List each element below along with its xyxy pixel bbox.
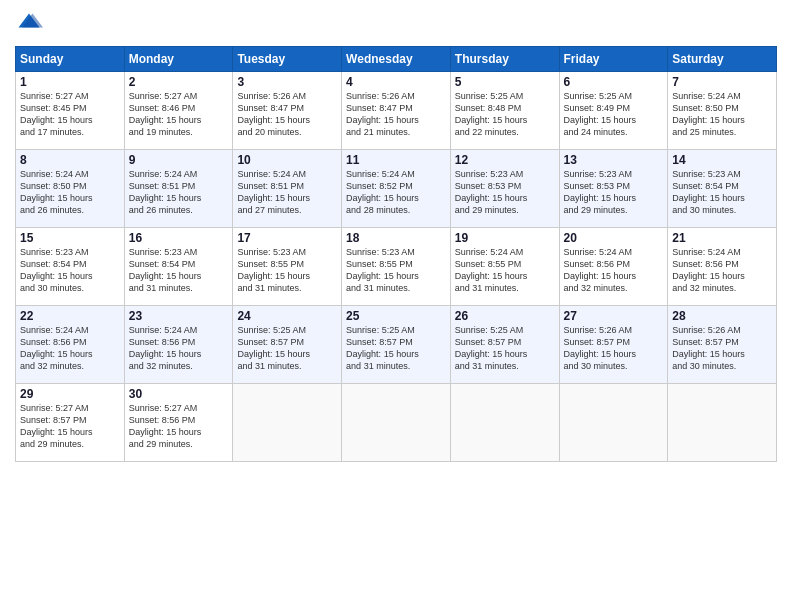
- day-number: 14: [672, 153, 772, 167]
- day-info: Sunrise: 5:24 AMSunset: 8:56 PMDaylight:…: [564, 246, 664, 295]
- calendar-cell: 22Sunrise: 5:24 AMSunset: 8:56 PMDayligh…: [16, 306, 125, 384]
- day-number: 29: [20, 387, 120, 401]
- weekday-header: Wednesday: [342, 47, 451, 72]
- calendar-cell: 26Sunrise: 5:25 AMSunset: 8:57 PMDayligh…: [450, 306, 559, 384]
- day-info: Sunrise: 5:24 AMSunset: 8:51 PMDaylight:…: [237, 168, 337, 217]
- calendar-cell: 27Sunrise: 5:26 AMSunset: 8:57 PMDayligh…: [559, 306, 668, 384]
- logo-icon: [15, 10, 43, 38]
- day-number: 17: [237, 231, 337, 245]
- calendar-cell: 9Sunrise: 5:24 AMSunset: 8:51 PMDaylight…: [124, 150, 233, 228]
- day-info: Sunrise: 5:25 AMSunset: 8:48 PMDaylight:…: [455, 90, 555, 139]
- day-info: Sunrise: 5:24 AMSunset: 8:50 PMDaylight:…: [20, 168, 120, 217]
- day-info: Sunrise: 5:24 AMSunset: 8:51 PMDaylight:…: [129, 168, 229, 217]
- day-info: Sunrise: 5:25 AMSunset: 8:57 PMDaylight:…: [455, 324, 555, 373]
- day-number: 23: [129, 309, 229, 323]
- calendar-cell: 16Sunrise: 5:23 AMSunset: 8:54 PMDayligh…: [124, 228, 233, 306]
- calendar-cell: 4Sunrise: 5:26 AMSunset: 8:47 PMDaylight…: [342, 72, 451, 150]
- calendar-cell: [342, 384, 451, 462]
- calendar-cell: 15Sunrise: 5:23 AMSunset: 8:54 PMDayligh…: [16, 228, 125, 306]
- calendar-week-row: 29Sunrise: 5:27 AMSunset: 8:57 PMDayligh…: [16, 384, 777, 462]
- calendar-cell: 13Sunrise: 5:23 AMSunset: 8:53 PMDayligh…: [559, 150, 668, 228]
- weekday-header: Thursday: [450, 47, 559, 72]
- calendar-cell: [450, 384, 559, 462]
- calendar-week-row: 1Sunrise: 5:27 AMSunset: 8:45 PMDaylight…: [16, 72, 777, 150]
- day-info: Sunrise: 5:24 AMSunset: 8:56 PMDaylight:…: [129, 324, 229, 373]
- calendar-cell: 2Sunrise: 5:27 AMSunset: 8:46 PMDaylight…: [124, 72, 233, 150]
- calendar-cell: 18Sunrise: 5:23 AMSunset: 8:55 PMDayligh…: [342, 228, 451, 306]
- day-number: 20: [564, 231, 664, 245]
- logo: [15, 10, 45, 38]
- calendar-cell: 24Sunrise: 5:25 AMSunset: 8:57 PMDayligh…: [233, 306, 342, 384]
- day-info: Sunrise: 5:23 AMSunset: 8:55 PMDaylight:…: [346, 246, 446, 295]
- calendar-cell: 20Sunrise: 5:24 AMSunset: 8:56 PMDayligh…: [559, 228, 668, 306]
- day-number: 1: [20, 75, 120, 89]
- day-info: Sunrise: 5:25 AMSunset: 8:57 PMDaylight:…: [346, 324, 446, 373]
- day-info: Sunrise: 5:26 AMSunset: 8:47 PMDaylight:…: [237, 90, 337, 139]
- day-number: 4: [346, 75, 446, 89]
- day-number: 7: [672, 75, 772, 89]
- calendar-header-row: SundayMondayTuesdayWednesdayThursdayFrid…: [16, 47, 777, 72]
- calendar-cell: 23Sunrise: 5:24 AMSunset: 8:56 PMDayligh…: [124, 306, 233, 384]
- calendar-cell: 3Sunrise: 5:26 AMSunset: 8:47 PMDaylight…: [233, 72, 342, 150]
- calendar-cell: 14Sunrise: 5:23 AMSunset: 8:54 PMDayligh…: [668, 150, 777, 228]
- day-info: Sunrise: 5:24 AMSunset: 8:56 PMDaylight:…: [672, 246, 772, 295]
- day-number: 5: [455, 75, 555, 89]
- day-number: 6: [564, 75, 664, 89]
- day-info: Sunrise: 5:25 AMSunset: 8:49 PMDaylight:…: [564, 90, 664, 139]
- day-info: Sunrise: 5:23 AMSunset: 8:54 PMDaylight:…: [129, 246, 229, 295]
- day-number: 22: [20, 309, 120, 323]
- day-number: 2: [129, 75, 229, 89]
- day-info: Sunrise: 5:26 AMSunset: 8:47 PMDaylight:…: [346, 90, 446, 139]
- day-number: 15: [20, 231, 120, 245]
- day-number: 9: [129, 153, 229, 167]
- day-info: Sunrise: 5:23 AMSunset: 8:54 PMDaylight:…: [20, 246, 120, 295]
- day-number: 16: [129, 231, 229, 245]
- calendar-cell: [233, 384, 342, 462]
- calendar-cell: 21Sunrise: 5:24 AMSunset: 8:56 PMDayligh…: [668, 228, 777, 306]
- weekday-header: Tuesday: [233, 47, 342, 72]
- day-info: Sunrise: 5:23 AMSunset: 8:54 PMDaylight:…: [672, 168, 772, 217]
- day-info: Sunrise: 5:26 AMSunset: 8:57 PMDaylight:…: [564, 324, 664, 373]
- day-number: 13: [564, 153, 664, 167]
- day-info: Sunrise: 5:27 AMSunset: 8:46 PMDaylight:…: [129, 90, 229, 139]
- calendar-cell: 12Sunrise: 5:23 AMSunset: 8:53 PMDayligh…: [450, 150, 559, 228]
- day-number: 24: [237, 309, 337, 323]
- day-number: 19: [455, 231, 555, 245]
- day-number: 10: [237, 153, 337, 167]
- calendar-cell: 8Sunrise: 5:24 AMSunset: 8:50 PMDaylight…: [16, 150, 125, 228]
- calendar-cell: 6Sunrise: 5:25 AMSunset: 8:49 PMDaylight…: [559, 72, 668, 150]
- calendar-cell: 17Sunrise: 5:23 AMSunset: 8:55 PMDayligh…: [233, 228, 342, 306]
- weekday-header: Friday: [559, 47, 668, 72]
- calendar-cell: 11Sunrise: 5:24 AMSunset: 8:52 PMDayligh…: [342, 150, 451, 228]
- day-info: Sunrise: 5:23 AMSunset: 8:53 PMDaylight:…: [455, 168, 555, 217]
- day-number: 12: [455, 153, 555, 167]
- calendar-cell: 28Sunrise: 5:26 AMSunset: 8:57 PMDayligh…: [668, 306, 777, 384]
- day-number: 8: [20, 153, 120, 167]
- day-info: Sunrise: 5:23 AMSunset: 8:55 PMDaylight:…: [237, 246, 337, 295]
- weekday-header: Saturday: [668, 47, 777, 72]
- weekday-header: Sunday: [16, 47, 125, 72]
- calendar-cell: 25Sunrise: 5:25 AMSunset: 8:57 PMDayligh…: [342, 306, 451, 384]
- day-number: 11: [346, 153, 446, 167]
- page: SundayMondayTuesdayWednesdayThursdayFrid…: [0, 0, 792, 612]
- calendar-cell: [559, 384, 668, 462]
- day-info: Sunrise: 5:24 AMSunset: 8:55 PMDaylight:…: [455, 246, 555, 295]
- calendar-cell: 30Sunrise: 5:27 AMSunset: 8:56 PMDayligh…: [124, 384, 233, 462]
- calendar-week-row: 22Sunrise: 5:24 AMSunset: 8:56 PMDayligh…: [16, 306, 777, 384]
- day-info: Sunrise: 5:24 AMSunset: 8:52 PMDaylight:…: [346, 168, 446, 217]
- calendar-week-row: 15Sunrise: 5:23 AMSunset: 8:54 PMDayligh…: [16, 228, 777, 306]
- day-number: 21: [672, 231, 772, 245]
- day-number: 3: [237, 75, 337, 89]
- day-info: Sunrise: 5:26 AMSunset: 8:57 PMDaylight:…: [672, 324, 772, 373]
- weekday-header: Monday: [124, 47, 233, 72]
- calendar-cell: 1Sunrise: 5:27 AMSunset: 8:45 PMDaylight…: [16, 72, 125, 150]
- day-number: 27: [564, 309, 664, 323]
- header: [15, 10, 777, 38]
- day-info: Sunrise: 5:24 AMSunset: 8:56 PMDaylight:…: [20, 324, 120, 373]
- day-number: 30: [129, 387, 229, 401]
- day-number: 25: [346, 309, 446, 323]
- calendar-cell: [668, 384, 777, 462]
- day-info: Sunrise: 5:23 AMSunset: 8:53 PMDaylight:…: [564, 168, 664, 217]
- day-info: Sunrise: 5:25 AMSunset: 8:57 PMDaylight:…: [237, 324, 337, 373]
- day-info: Sunrise: 5:27 AMSunset: 8:57 PMDaylight:…: [20, 402, 120, 451]
